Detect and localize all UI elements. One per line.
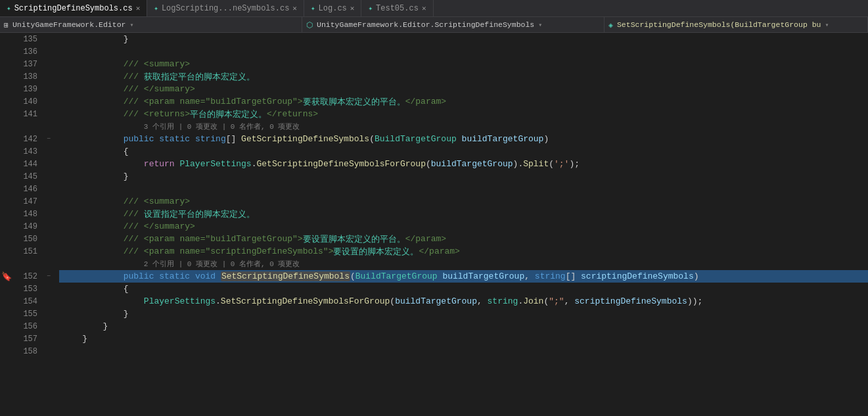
token-chinese: 要设置的脚本宏定义。: [333, 246, 419, 258]
line-number: 149: [13, 222, 43, 231]
token-plain: }: [103, 321, 108, 331]
tab-tab3[interactable]: ✦Log.cs✕: [304, 0, 361, 16]
nav-namespace[interactable]: ⊞UnityGameFramework.Editor▾: [0, 17, 302, 32]
line-number: 146: [13, 185, 43, 194]
token-comment: /// </summary>: [124, 221, 195, 231]
token-comment: ///: [124, 72, 144, 81]
namespace-label: UnityGameFramework.Editor: [12, 20, 126, 29]
nav-arrow-3: ▾: [825, 21, 829, 29]
tab-icon: ✦: [368, 4, 373, 12]
expand-toggle[interactable]: −: [43, 135, 55, 143]
code-line-146[interactable]: [59, 183, 868, 195]
tab-tab4[interactable]: ✦Test05.cs✕: [361, 0, 433, 16]
code-line-137[interactable]: /// <summary>: [59, 58, 868, 70]
indent-space: [62, 309, 124, 319]
token-plain: (: [549, 159, 554, 169]
token-plain: {: [124, 147, 129, 156]
token-method: Join: [523, 296, 543, 306]
line-number: 144: [13, 160, 43, 169]
token-plain: (: [350, 271, 355, 281]
collapse-icon[interactable]: −: [47, 273, 51, 280]
tab-tab1[interactable]: ✦ScriptingDefineSymbols.cs✕: [0, 0, 147, 16]
tab-label: Log.cs: [319, 4, 347, 13]
tab-icon: ✦: [311, 4, 315, 12]
code-line-153[interactable]: {: [59, 283, 868, 295]
code-line-136[interactable]: [59, 45, 868, 58]
nav-method[interactable]: ◈SetScriptingDefineSymbols(BuildTargetGr…: [605, 17, 868, 32]
token-plain: [216, 271, 221, 281]
token-type: string: [488, 296, 518, 306]
code-line-149[interactable]: /// </summary>: [59, 220, 868, 233]
token-kw: static: [159, 134, 190, 144]
tab-close[interactable]: ✕: [292, 4, 297, 12]
nav-class[interactable]: ⬡UnityGameFramework.Editor.ScriptingDefi…: [302, 17, 605, 32]
indent-space: [62, 296, 144, 306]
token-plain: {: [124, 284, 129, 294]
collapse-icon[interactable]: −: [47, 135, 51, 143]
nav-bar: ⊞UnityGameFramework.Editor▾⬡UnityGameFra…: [0, 17, 868, 33]
token-plain: }: [82, 334, 87, 344]
code-line-140[interactable]: /// <param name="buildTargetGroup">要获取脚本…: [59, 95, 868, 108]
indent-space: [62, 59, 124, 69]
indent-space: [62, 109, 124, 119]
tab-tab2[interactable]: ✦LogScripting...neSymbols.cs✕: [147, 0, 304, 16]
code-line-147[interactable]: /// <summary>: [59, 195, 868, 208]
code-line-148[interactable]: /// 设置指定平台的脚本宏定义。: [59, 208, 868, 220]
token-chinese: 设置指定平台的脚本宏定义。: [144, 208, 255, 220]
token-string: ';': [554, 159, 569, 169]
indent-space: [62, 172, 124, 181]
token-kw: void: [195, 271, 216, 281]
line-number: 154: [13, 297, 43, 306]
class-label: UnityGameFramework.Editor.ScriptingDefin…: [317, 20, 534, 29]
token-plain: }: [124, 34, 129, 44]
token-plain: }: [124, 309, 129, 319]
code-line-145[interactable]: }: [59, 170, 868, 183]
token-plain: ,: [477, 296, 488, 306]
line-number: 143: [13, 147, 43, 156]
code-line-158[interactable]: [59, 345, 868, 358]
gutter-row-138: 138: [0, 70, 59, 83]
tab-close[interactable]: ✕: [136, 4, 141, 12]
token-plain: [154, 134, 159, 144]
code-line-154[interactable]: PlayerSettings.SetScriptingDefineSymbols…: [59, 295, 868, 308]
code-ref-line[interactable]: 3 个引用 | 0 项更改 | 0 名作者, 0 项更改: [59, 120, 868, 133]
code-line-143[interactable]: {: [59, 145, 868, 158]
line-number: 150: [13, 235, 43, 244]
code-line-139[interactable]: /// </summary>: [59, 83, 868, 95]
token-plain: ,: [564, 296, 575, 306]
indent-space: [62, 147, 124, 156]
code-line-150[interactable]: /// <param name="buildTargetGroup">要设置脚本…: [59, 233, 868, 245]
code-ref-line[interactable]: 2 个引用 | 0 项更改 | 0 名作者, 0 项更改: [59, 258, 868, 270]
code-line-156[interactable]: }: [59, 320, 868, 333]
gutter-row-149: 149: [0, 220, 59, 233]
token-comment: </param>: [405, 97, 446, 106]
token-plain: [175, 159, 180, 169]
code-line-138[interactable]: /// 获取指定平台的脚本宏定义。: [59, 70, 868, 83]
token-plain: [190, 134, 195, 144]
indent-space: [62, 209, 124, 219]
code-line-152[interactable]: public static void SetScriptingDefineSym…: [59, 270, 868, 283]
token-plain: }: [124, 172, 129, 181]
code-line-155[interactable]: }: [59, 308, 868, 320]
code-line-151[interactable]: /// <param name="scriptingDefineSymbols"…: [59, 245, 868, 258]
gutter-row-144: 144: [0, 158, 59, 170]
tab-close[interactable]: ✕: [422, 4, 426, 12]
gutter-row-137: 137: [0, 58, 59, 70]
code-line-135[interactable]: }: [59, 33, 868, 45]
token-plain: .: [518, 296, 523, 306]
gutter-row-141: 141: [0, 108, 59, 120]
token-chinese: 平台的脚本宏定义。: [190, 108, 267, 120]
token-chinese: 要获取脚本宏定义的平台。: [303, 96, 405, 108]
tab-label: Test05.cs: [376, 4, 419, 13]
code-line-141[interactable]: /// <returns>平台的脚本宏定义。</returns>: [59, 108, 868, 120]
nav-arrow-2: ▾: [538, 21, 542, 29]
tab-label: LogScripting...neSymbols.cs: [162, 4, 289, 13]
code-line-144[interactable]: return PlayerSettings.GetScriptingDefine…: [59, 158, 868, 170]
code-content[interactable]: } /// <summary> /// 获取指定平台的脚本宏定义。 /// </…: [59, 33, 868, 416]
expand-toggle[interactable]: −: [43, 273, 55, 280]
code-line-142[interactable]: public static string[] GetScriptingDefin…: [59, 133, 868, 145]
indent-space: [62, 196, 124, 206]
gutter-row-136: 136: [0, 45, 59, 58]
tab-close[interactable]: ✕: [350, 4, 355, 12]
code-line-157[interactable]: }: [59, 333, 868, 345]
